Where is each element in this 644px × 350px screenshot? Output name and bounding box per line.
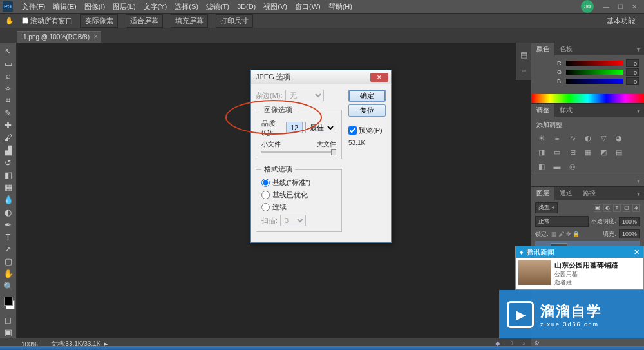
adj-posterize-icon[interactable]: ▤ <box>614 148 624 157</box>
dodge-tool-icon[interactable]: ◐ <box>1 206 15 217</box>
opt-scroll-all[interactable]: 滚动所有窗口 <box>22 16 73 26</box>
opt-print-size[interactable]: 打印尺寸 <box>216 14 253 28</box>
adj-exposure-icon[interactable]: ◐ <box>583 133 593 142</box>
menu-view[interactable]: 视图(V) <box>260 1 291 13</box>
minimize-icon[interactable]: — <box>600 2 612 11</box>
tab-color[interactable]: 颜色 <box>531 43 554 55</box>
gradient-tool-icon[interactable]: ▦ <box>1 182 15 193</box>
ok-button[interactable]: 确定 <box>348 90 386 102</box>
filter-shape-icon[interactable]: ▢ <box>623 204 630 212</box>
pen-tool-icon[interactable]: ✒ <box>1 219 15 230</box>
document-tab[interactable]: 1.png @ 100%(RGB/8) ✕ <box>17 31 101 43</box>
eraser-tool-icon[interactable]: ◧ <box>1 170 15 180</box>
news-close-icon[interactable]: ✕ <box>634 248 639 257</box>
panel-menu-icon[interactable]: ▾ <box>633 107 644 114</box>
slider-g[interactable]: G0 <box>557 68 639 76</box>
wand-tool-icon[interactable]: ✧ <box>1 83 15 94</box>
path-tool-icon[interactable]: ↗ <box>1 244 15 255</box>
menu-type[interactable]: 文字(Y) <box>140 1 171 13</box>
stamp-tool-icon[interactable]: ▟ <box>1 145 15 156</box>
adj-photo-filter-icon[interactable]: ▭ <box>552 148 562 157</box>
menu-image[interactable]: 图像(I) <box>80 1 109 13</box>
move-tool-icon[interactable]: ↖ <box>1 46 15 57</box>
crop-tool-icon[interactable]: ⌗ <box>1 95 15 106</box>
opt-actual-pixels[interactable]: 实际像素 <box>80 14 118 28</box>
radio-progressive[interactable]: 连续 <box>261 202 336 212</box>
quality-preset-select[interactable]: 最佳 <box>305 122 336 133</box>
adj-curves-icon[interactable]: ∿ <box>567 133 578 142</box>
lasso-tool-icon[interactable]: ⌕ <box>1 70 15 81</box>
color-bg-swatch[interactable] <box>542 64 553 76</box>
opt-fill-screen[interactable]: 填充屏幕 <box>171 14 208 28</box>
hand-tool-icon[interactable]: ✋ <box>4 15 15 26</box>
adj-bw-icon[interactable]: ◨ <box>536 148 547 157</box>
lock-position-icon[interactable]: ✥ <box>566 231 571 237</box>
menu-layer[interactable]: 图层(L) <box>109 1 139 13</box>
quickmask-icon[interactable]: ◻ <box>1 315 15 326</box>
marquee-tool-icon[interactable]: ▭ <box>1 58 15 69</box>
tab-paths[interactable]: 路径 <box>578 187 601 200</box>
lock-pixels-icon[interactable]: 🖌 <box>558 231 564 237</box>
adj-invert-icon[interactable]: ◩ <box>598 148 609 157</box>
blend-mode-select[interactable]: 正常 <box>535 216 589 227</box>
news-item[interactable]: 山东公园用墓碑铺路 公园用墓 逝者姓 <box>516 258 643 289</box>
workspace-selector[interactable]: 基本功能 <box>601 15 640 27</box>
close-icon[interactable]: ✕ <box>629 2 640 11</box>
reset-button[interactable]: 复位 <box>348 104 386 117</box>
radio-baseline-optimized[interactable]: 基线已优化 <box>261 190 336 200</box>
menu-3d[interactable]: 3D(D) <box>233 1 260 12</box>
tab-styles[interactable]: 样式 <box>554 104 578 117</box>
tab-swatches[interactable]: 色板 <box>554 43 578 55</box>
panel-menu-icon[interactable]: ▾ <box>633 46 644 53</box>
filter-type-icon[interactable]: T <box>613 204 621 212</box>
screenmode-icon[interactable]: ▣ <box>1 327 15 338</box>
menu-filter[interactable]: 滤镜(T) <box>202 1 233 13</box>
menu-file[interactable]: 文件(F) <box>18 1 49 13</box>
opt-fit-screen[interactable]: 适合屏幕 <box>126 14 163 28</box>
healing-tool-icon[interactable]: ✚ <box>1 120 15 131</box>
hand-tool-icon[interactable]: ✋ <box>1 268 15 279</box>
maximize-icon[interactable]: ☐ <box>614 2 626 11</box>
eyedropper-tool-icon[interactable]: ✎ <box>1 108 15 119</box>
quality-input[interactable] <box>286 122 303 133</box>
adj-channel-mixer-icon[interactable]: ⊞ <box>567 148 578 157</box>
dialog-close-icon[interactable]: ✕ <box>370 73 388 82</box>
tab-layers[interactable]: 图层 <box>531 187 554 200</box>
adj-gradient-map-icon[interactable]: ▬ <box>552 162 562 171</box>
slider-b[interactable]: B0 <box>557 77 639 85</box>
dialog-titlebar[interactable]: JPEG 选项 ✕ <box>251 70 391 84</box>
history-panel-icon[interactable]: ▤ <box>518 49 529 61</box>
adj-levels-icon[interactable]: ≡ <box>552 133 562 142</box>
preview-checkbox[interactable]: 预览(P) <box>348 126 386 135</box>
adj-hue-icon[interactable]: ◕ <box>614 133 624 142</box>
color-swatch-area[interactable] <box>0 297 16 309</box>
tab-channels[interactable]: 通道 <box>554 187 578 200</box>
radio-baseline-standard[interactable]: 基线("标准") <box>261 178 336 188</box>
filter-smart-icon[interactable]: ◈ <box>632 204 640 212</box>
foreground-swatch[interactable] <box>4 297 13 306</box>
adj-threshold-icon[interactable]: ◧ <box>536 162 547 171</box>
zoom-tool-icon[interactable]: 🔍 <box>1 281 15 292</box>
opacity-input[interactable]: 100% <box>619 217 640 226</box>
menu-help[interactable]: 帮助(H) <box>325 1 356 13</box>
adj-brightness-icon[interactable]: ☀ <box>536 133 547 142</box>
slider-r[interactable]: R0 <box>557 59 639 67</box>
panel-menu-icon[interactable]: ▾ <box>633 190 644 197</box>
menu-edit[interactable]: 编辑(E) <box>49 1 80 13</box>
type-tool-icon[interactable]: T <box>1 231 15 242</box>
news-header[interactable]: ♦ 腾讯新闻 ✕ <box>516 246 643 258</box>
lock-transparent-icon[interactable]: ▦ <box>551 231 557 237</box>
properties-panel-icon[interactable]: ≡ <box>518 66 529 77</box>
notification-badge[interactable]: 30 <box>581 0 594 13</box>
shape-tool-icon[interactable]: ▢ <box>1 256 15 267</box>
layer-filter-kind[interactable]: 类型 ÷ <box>535 202 558 213</box>
quality-slider[interactable] <box>261 151 336 153</box>
menu-window[interactable]: 窗口(W) <box>291 1 325 13</box>
adj-vibrance-icon[interactable]: ▽ <box>598 133 609 142</box>
brush-tool-icon[interactable]: 🖌 <box>1 132 15 143</box>
panel-menu-icon[interactable]: ▾ <box>637 177 640 184</box>
tab-adjustments[interactable]: 调整 <box>531 104 554 117</box>
lock-all-icon[interactable]: 🔒 <box>573 231 580 237</box>
menu-select[interactable]: 选择(S) <box>171 1 202 13</box>
blur-tool-icon[interactable]: 💧 <box>1 194 15 205</box>
